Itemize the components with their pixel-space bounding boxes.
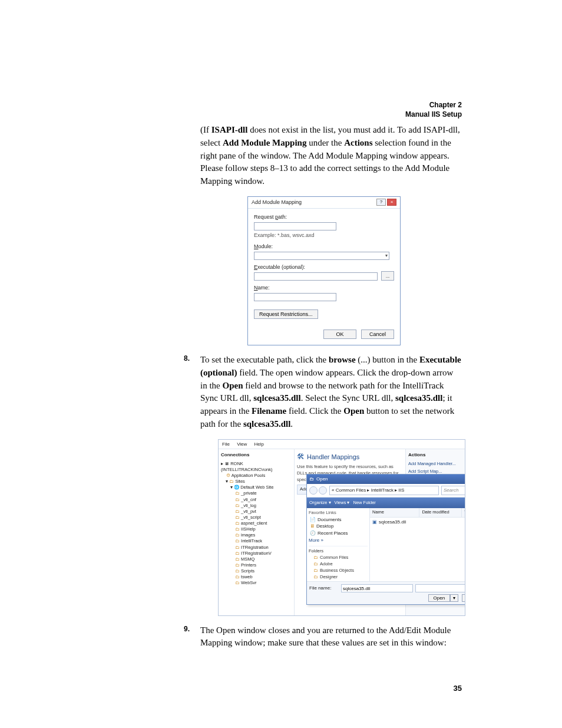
new-folder-button[interactable]: New Folder	[353, 500, 376, 506]
tree-node[interactable]: 🗀 MSMQ	[221, 556, 292, 562]
folder-icon: 🗀	[235, 568, 240, 574]
dialog-help-icon[interactable]: ?	[376, 199, 386, 206]
dll-file-icon: ▣	[372, 519, 377, 526]
step-9-text: The Open window closes and you are retur…	[200, 625, 451, 648]
t: Application Pools	[232, 473, 266, 478]
organize-menu[interactable]: Organize ▾	[309, 500, 331, 506]
open-cancel-button[interactable]: Cancel	[462, 594, 465, 602]
u: E	[254, 264, 257, 270]
nav-fwd-icon[interactable]	[319, 486, 327, 495]
u: M	[254, 243, 259, 249]
folder-icon: 🗀	[235, 580, 240, 586]
iis-menu-bar: File View Help	[219, 440, 465, 450]
module-label: Module:	[254, 243, 394, 251]
favorite-icon: 📄	[310, 516, 316, 523]
request-path-input[interactable]	[254, 222, 336, 230]
t: Open	[343, 406, 364, 416]
actions-link[interactable]: Add Managed Handler...	[408, 461, 462, 467]
folder-icon: 🗀	[235, 551, 240, 556]
executable-input[interactable]	[254, 272, 378, 281]
breadcrumb[interactable]: « Common Files ▸ IntelliTrack ▸ IIS	[329, 486, 439, 495]
favorite-link[interactable]: 📄Documents	[309, 516, 368, 523]
t: field. Click the	[286, 406, 343, 416]
cancel-button[interactable]: Cancel	[361, 330, 394, 339]
folder-icon: 🗀	[313, 574, 318, 581]
favorite-link[interactable]: 🖥Desktop	[309, 523, 368, 530]
file-row[interactable]: ▣ sqlcesa35.dll	[370, 518, 465, 527]
tree-default-web-site[interactable]: ▾ 🌐 Default Web Site	[221, 485, 292, 490]
t: Open	[223, 381, 243, 390]
dialog-close-icon[interactable]: ×	[387, 199, 396, 206]
open-split-button[interactable]: ▾	[450, 594, 458, 602]
t: sqlcesa35.dll	[253, 393, 300, 403]
browse-button[interactable]: ...	[381, 271, 394, 281]
t: RONK (INTELLITRACKINC\ronk)	[221, 461, 273, 472]
tree-node[interactable]: 🗀 Printers	[221, 562, 292, 568]
running-head-chapter: Chapter 2	[405, 100, 462, 110]
nav-folder[interactable]: 🗀Designer	[309, 574, 368, 581]
tree-node[interactable]: 🗀 tsweb	[221, 574, 292, 580]
tree-node[interactable]: 🗀 IISHelp	[221, 526, 292, 532]
favorite-icon: 🖥	[310, 523, 315, 530]
tree-node[interactable]: 🗀 aspnet_client	[221, 521, 292, 526]
tree-sites[interactable]: ▾ 🗀 Sites	[221, 479, 292, 485]
tree-node[interactable]: 🗀 IntelliTrack	[221, 538, 292, 544]
tree-node[interactable]: 🗀 images	[221, 532, 292, 538]
open-dialog-title: Open	[316, 476, 328, 483]
ok-button[interactable]: OK	[323, 330, 356, 339]
folder-icon: 🗀	[235, 545, 240, 551]
nav-folder[interactable]: 🗀Business Objects	[309, 568, 368, 574]
open-dialog-icon: 🗀	[309, 476, 314, 483]
menu-help[interactable]: Help	[254, 442, 264, 447]
nav-folder[interactable]: 🗀Common Files	[309, 555, 368, 561]
open-file-dialog: 🗀 Open × « Common Files ▸ IntelliTrack ▸…	[306, 474, 465, 605]
folder-icon: 🗀	[313, 555, 318, 561]
menu-view[interactable]: View	[237, 442, 247, 447]
col-type[interactable]: Type	[462, 508, 465, 517]
t: Add Module Mapping	[223, 138, 307, 147]
tree-node[interactable]: 🗀 _vti_pvt	[221, 509, 292, 515]
name-input[interactable]	[254, 293, 336, 301]
col-name[interactable]: Name	[370, 508, 419, 517]
u: p	[275, 214, 278, 220]
t: . Select the Sync URL dll,	[301, 393, 395, 403]
nav-back-icon[interactable]	[309, 486, 318, 495]
t: Actions	[344, 138, 372, 147]
tree-app-pools[interactable]: ⚙ Application Pools	[221, 473, 292, 479]
t: Default Web Site	[240, 485, 273, 490]
tree-server[interactable]: ▸ 🖥 RONK (INTELLITRACKINC\ronk)	[221, 461, 292, 473]
t: .	[290, 419, 293, 429]
favorite-link[interactable]: 🕘Recent Places	[309, 530, 368, 537]
connections-tree: ▸ 🖥 RONK (INTELLITRACKINC\ronk) ⚙ Applic…	[221, 461, 292, 587]
nav-folder[interactable]: 🗀Adobe	[309, 561, 368, 568]
menu-file[interactable]: File	[222, 442, 230, 447]
tree-node[interactable]: 🗀 _private	[221, 490, 292, 496]
tree-node[interactable]: 🗀 _vti_script	[221, 515, 292, 521]
views-menu[interactable]: Views ▾	[335, 500, 350, 506]
filename-input[interactable]	[341, 584, 413, 592]
tree-node[interactable]: 🗀 WebSvr	[221, 580, 292, 586]
tree-node[interactable]: 🗀 ITRegistration	[221, 545, 292, 551]
tree-node[interactable]: 🗀 _vti_cnf	[221, 497, 292, 503]
tree-node[interactable]: 🗀 _vti_log	[221, 503, 292, 509]
executable-label: Executable (optional):	[254, 263, 394, 271]
t: (...) button in the	[356, 355, 419, 364]
folders-header: Folders	[309, 548, 368, 555]
open-button[interactable]: Open	[428, 594, 451, 602]
folder-icon: 🗀	[313, 568, 318, 574]
tree-node[interactable]: 🗀 Scripts	[221, 568, 292, 574]
filetype-combo[interactable]: (*.dll) ▾	[415, 584, 465, 592]
step-9: 9. The Open window closes and you are re…	[200, 624, 462, 650]
t: To set the executable path, click the	[200, 355, 329, 364]
module-combo[interactable]: ▾	[254, 252, 389, 260]
step-8: 8. To set the executable path, click the…	[200, 354, 462, 431]
request-restrictions-button[interactable]: Request Restrictions...	[254, 309, 318, 319]
t: (If	[200, 125, 211, 134]
center-title: Handler Mappings	[307, 453, 359, 462]
tree-node[interactable]: 🗀 ITRegistrationV	[221, 551, 292, 556]
col-date[interactable]: Date modified	[419, 508, 462, 517]
step-number: 8.	[184, 354, 190, 364]
favorite-more[interactable]: More »	[309, 537, 368, 544]
folder-icon: 🗀	[235, 556, 240, 562]
search-input[interactable]: Search	[441, 486, 465, 495]
